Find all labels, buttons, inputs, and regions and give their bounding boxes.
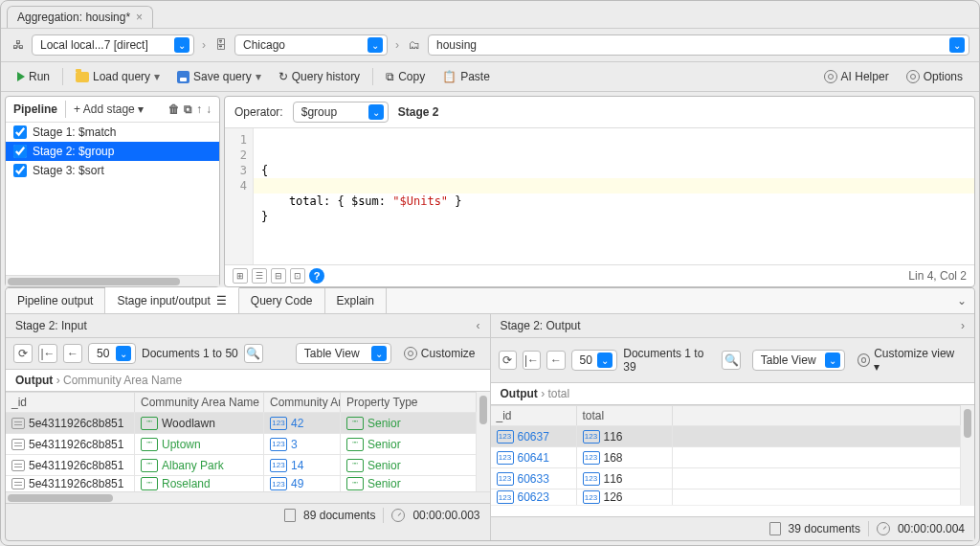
- server-icon: 🖧: [11, 37, 26, 53]
- refresh-button[interactable]: ⟳: [13, 344, 33, 363]
- view-mode-button[interactable]: ⊟: [271, 268, 286, 284]
- tab-label: Query Code: [251, 294, 313, 307]
- stage-checkbox[interactable]: [13, 164, 27, 177]
- table-header: _id total: [491, 405, 962, 426]
- view-mode-button[interactable]: ⊞: [233, 268, 248, 284]
- number-icon: 123: [497, 472, 514, 486]
- move-down-button[interactable]: ↓: [206, 102, 212, 116]
- stage-item[interactable]: Stage 1: $match: [6, 123, 219, 142]
- collection-select[interactable]: housing ⌄: [428, 34, 969, 56]
- folder-icon: [76, 72, 89, 82]
- column-header[interactable]: [673, 406, 962, 425]
- view-mode-select[interactable]: Table View⌄: [752, 350, 845, 371]
- chevron-down-icon: ⌄: [174, 37, 189, 53]
- disk-icon: [177, 71, 189, 83]
- play-icon: [17, 72, 25, 81]
- chevron-down-icon: ▾: [154, 70, 160, 83]
- list-icon: ☰: [216, 294, 227, 307]
- delete-stage-button[interactable]: 🗑: [168, 102, 180, 116]
- duplicate-stage-button[interactable]: ⧉: [184, 102, 192, 116]
- collapse-button[interactable]: ⌄: [949, 290, 974, 311]
- chevron-right-icon[interactable]: ›: [961, 319, 965, 332]
- copy-icon: ⧉: [386, 70, 394, 83]
- connection-value: Local local...7 [direct]: [40, 38, 148, 52]
- column-header[interactable]: _id: [491, 406, 577, 425]
- stage-item[interactable]: Stage 3: $sort: [6, 161, 219, 180]
- table-row[interactable]: 5e4311926c8b851 ""Albany Park 12314 ""Se…: [6, 455, 477, 476]
- load-query-button[interactable]: Load query▾: [69, 66, 167, 87]
- search-button[interactable]: 🔍: [722, 351, 740, 370]
- help-icon[interactable]: ?: [309, 268, 324, 284]
- pipeline-header: Pipeline + Add stage ▾ 🗑 ⧉ ↑ ↓: [6, 97, 219, 123]
- move-up-button[interactable]: ↑: [196, 102, 202, 116]
- column-header[interactable]: Community Area Name: [135, 393, 264, 412]
- view-mode-button[interactable]: ☰: [252, 268, 267, 284]
- code-area[interactable]: { _id: "$Zip Code", total: { $sum: "$Uni…: [254, 128, 974, 264]
- page-size-select[interactable]: 50⌄: [88, 343, 136, 364]
- ai-helper-button[interactable]: AI Helper: [817, 66, 896, 87]
- paste-button[interactable]: 📋Paste: [435, 66, 497, 87]
- line-number: 1: [225, 132, 247, 148]
- add-stage-button[interactable]: + Add stage ▾: [74, 102, 144, 116]
- prev-page-button[interactable]: ←: [63, 344, 82, 363]
- table-row[interactable]: 12360623 123126: [491, 489, 962, 505]
- cell-ptype: Senior: [368, 417, 401, 430]
- view-mode-button[interactable]: ⊡: [290, 268, 305, 284]
- line-gutter: 1 2 3 4: [225, 128, 254, 264]
- main-toolbar: Run Load query▾ Save query▾ ↻Query histo…: [1, 61, 979, 92]
- vertical-scrollbar[interactable]: [477, 392, 490, 491]
- cell-area: 14: [291, 459, 303, 472]
- database-select[interactable]: Chicago ⌄: [234, 34, 388, 56]
- tab-query-code[interactable]: Query Code: [239, 288, 325, 313]
- tab-label: Explain: [337, 294, 374, 307]
- column-header[interactable]: total: [577, 406, 673, 425]
- first-page-button[interactable]: |←: [38, 344, 57, 363]
- operator-select[interactable]: $group ⌄: [293, 102, 389, 123]
- chevron-left-icon[interactable]: ‹: [477, 319, 480, 332]
- table-row[interactable]: 12360641 123168: [491, 447, 962, 468]
- table-row[interactable]: 12360633 123116: [491, 468, 962, 489]
- refresh-button[interactable]: ⟳: [499, 351, 517, 370]
- options-button[interactable]: Options: [900, 66, 969, 87]
- column-header[interactable]: Property Type: [341, 393, 477, 412]
- editor-pane: Operator: $group ⌄ Stage 2 1 2 3 4 { _id…: [224, 96, 975, 287]
- exec-time: 00:00:00.004: [898, 522, 965, 535]
- query-history-button[interactable]: ↻Query history: [272, 66, 367, 87]
- horizontal-scrollbar[interactable]: [6, 275, 219, 286]
- breadcrumb-field: total: [548, 387, 570, 400]
- tab-pipeline-output[interactable]: Pipeline output: [6, 288, 105, 313]
- chevron-down-icon: ⌄: [368, 104, 384, 120]
- stage-item[interactable]: Stage 2: $group: [6, 142, 219, 161]
- prev-page-button[interactable]: ←: [546, 351, 565, 370]
- cell-total: 116: [604, 472, 623, 486]
- tab-explain[interactable]: Explain: [325, 288, 387, 313]
- code-editor[interactable]: 1 2 3 4 { _id: "$Zip Code", total: { $su…: [225, 128, 974, 264]
- column-header[interactable]: Community Area: [264, 393, 341, 412]
- vertical-scrollbar[interactable]: [961, 405, 974, 505]
- horizontal-scrollbar[interactable]: [6, 491, 490, 503]
- stage-checkbox[interactable]: [13, 145, 27, 158]
- page-size-select[interactable]: 50⌄: [571, 350, 618, 371]
- tab-stage-io[interactable]: Stage input/output☰: [105, 287, 238, 313]
- customize-button[interactable]: Customize: [397, 343, 482, 364]
- save-query-button[interactable]: Save query▾: [170, 66, 268, 87]
- options-label: Options: [924, 70, 963, 83]
- table-row[interactable]: 12360637 123116: [491, 426, 962, 447]
- view-mode-select[interactable]: Table View⌄: [296, 343, 391, 364]
- first-page-button[interactable]: |←: [523, 351, 541, 370]
- search-button[interactable]: 🔍: [244, 344, 263, 363]
- stage-checkbox[interactable]: [13, 125, 27, 139]
- breadcrumb-root: Output: [15, 374, 53, 387]
- add-stage-label: Add stage: [83, 102, 135, 116]
- tab-aggregation[interactable]: Aggregation: housing* ×: [7, 6, 153, 28]
- customize-view-button[interactable]: Customize view ▾: [851, 343, 967, 377]
- connection-select[interactable]: Local local...7 [direct] ⌄: [32, 34, 194, 56]
- column-header[interactable]: _id: [6, 393, 135, 412]
- table-row[interactable]: 5e4311926c8b851 ""Woodlawn 12342 ""Senio…: [6, 413, 477, 434]
- table-row[interactable]: 5e4311926c8b851 ""Roseland 12349 ""Senio…: [6, 476, 477, 491]
- cursor-position: Lin 4, Col 2: [908, 269, 967, 283]
- table-row[interactable]: 5e4311926c8b851 ""Uptown 1233 ""Senior: [6, 434, 477, 455]
- run-button[interactable]: Run: [11, 66, 56, 87]
- close-icon[interactable]: ×: [136, 11, 143, 24]
- copy-button[interactable]: ⧉Copy: [379, 66, 432, 87]
